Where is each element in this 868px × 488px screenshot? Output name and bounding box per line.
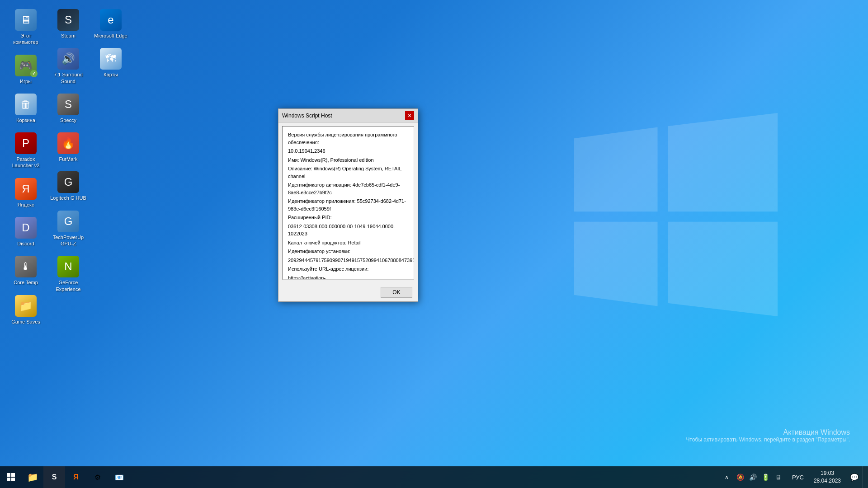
- dialog-content-line: Идентификатор активации: 4de7cb65-cdf1-4…: [288, 181, 408, 196]
- dialog-overlay: Windows Script Host × Версия службы лице…: [0, 0, 868, 466]
- tray-chevron[interactable]: ∧: [723, 466, 731, 488]
- taskbar-app5[interactable]: 📧: [108, 466, 130, 488]
- taskbar-steam[interactable]: S: [43, 466, 65, 488]
- taskbar-right: ∧ 🔕 🔊 🔋 🖥 РУС 19:03 28.04.2023 💬: [723, 466, 868, 488]
- clock-time: 19:03: [821, 469, 834, 477]
- tray-mute-icon[interactable]: 🔕: [735, 472, 746, 483]
- taskbar-yandex[interactable]: Я: [65, 466, 87, 488]
- dialog-content-line: Используйте URL-адрес лицензии:: [288, 265, 408, 273]
- show-desktop-button[interactable]: [863, 466, 866, 488]
- dialog-content-line: https://activation-v2.sls.microsoft.com/…: [288, 274, 408, 280]
- svg-rect-1: [11, 473, 15, 477]
- dialog-content-line: 10.0.19041.2346: [288, 147, 408, 155]
- dialog-titlebar: Windows Script Host ×: [278, 109, 418, 122]
- taskbar-language[interactable]: РУС: [788, 466, 807, 488]
- desktop: 🖥Этот компьютер🎮✓Игры🗑КорзинаPParadox La…: [0, 0, 868, 488]
- taskbar-apps: 📁 S Я ⚙ 📧: [22, 466, 130, 488]
- dialog-content-line: Канал ключей продуктов: Retail: [288, 239, 408, 247]
- dialog-footer: OK: [278, 283, 418, 301]
- svg-rect-2: [7, 478, 10, 481]
- tray-display-icon[interactable]: 🖥: [773, 472, 784, 483]
- tray-battery-icon[interactable]: 🔋: [760, 472, 771, 483]
- dialog-content-line: 03612-03308-000-000000-00-1049-19044.000…: [288, 223, 408, 238]
- taskbar-app4[interactable]: ⚙: [87, 466, 108, 488]
- svg-rect-0: [7, 473, 10, 477]
- dialog-title: Windows Script Host: [282, 113, 332, 119]
- notification-center-button[interactable]: 💬: [847, 466, 862, 488]
- dialog-content-line: Идентификатор приложения: 55c92734-d682-…: [288, 197, 408, 212]
- start-button[interactable]: [0, 466, 22, 488]
- dialog-content-line: Описание: Windows(R) Operating System, R…: [288, 165, 408, 180]
- dialog-content-line: Имя: Windows(R), Professional edition: [288, 156, 408, 164]
- taskbar-clock[interactable]: 19:03 28.04.2023: [808, 466, 846, 488]
- dialog-content-line: 2092944457917590990719491575209941067880…: [288, 257, 408, 264]
- clock-date: 28.04.2023: [814, 477, 841, 485]
- taskbar-file-explorer[interactable]: 📁: [22, 466, 43, 488]
- dialog-content-line: Идентификатор установки:: [288, 248, 408, 255]
- dialog-ok-button[interactable]: OK: [381, 287, 412, 298]
- tray-volume-icon[interactable]: 🔊: [748, 472, 759, 483]
- svg-rect-3: [11, 478, 15, 481]
- dialog-content-line: Расширенный PID:: [288, 214, 408, 221]
- taskbar-tray: 🔕 🔊 🔋 🖥: [731, 466, 788, 488]
- taskbar: 📁 S Я ⚙ 📧 ∧ 🔕 🔊 🔋 🖥 РУС 19:03 28.04.2023…: [0, 466, 868, 488]
- windows-script-host-dialog: Windows Script Host × Версия службы лице…: [278, 108, 418, 302]
- dialog-close-button[interactable]: ×: [405, 111, 414, 120]
- dialog-content: Версия службы лицензирования программног…: [282, 126, 414, 280]
- dialog-content-line: Версия службы лицензирования программног…: [288, 131, 408, 146]
